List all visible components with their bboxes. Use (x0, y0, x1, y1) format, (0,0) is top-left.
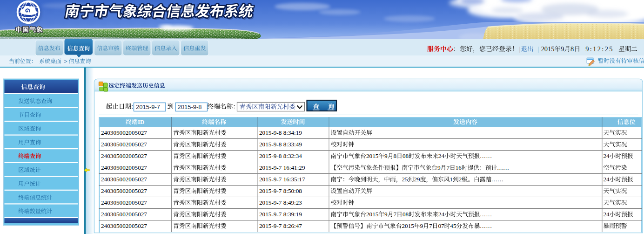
svg-text:2015-9-7 16:35:17: 2015-9-7 16:35:17 (259, 176, 305, 183)
svg-text:24: 24 (604, 152, 610, 159)
svg-text:240305002005027: 240305002005027 (101, 199, 147, 206)
svg-text:240305002005027: 240305002005027 (101, 129, 147, 136)
svg-text:240305002005027: 240305002005027 (101, 176, 147, 183)
svg-text:25: 25 (402, 176, 409, 183)
svg-text:240305002005027: 240305002005027 (101, 211, 147, 218)
svg-text:2015: 2015 (541, 45, 555, 53)
svg-text:9: 9 (561, 45, 564, 53)
svg-text:08: 08 (402, 152, 409, 159)
svg-text:07: 07 (438, 222, 444, 229)
svg-text:8: 8 (394, 152, 397, 159)
svg-text:......: ...... (497, 164, 509, 171)
svg-text:......: ...... (480, 222, 492, 229)
svg-text:2015-9-7 8:26:47: 2015-9-7 8:26:47 (259, 222, 302, 229)
svg-text:2015-9-7 8:49:23: 2015-9-7 8:49:23 (259, 199, 302, 206)
svg-text:24: 24 (438, 152, 445, 159)
svg-text:9: 9 (420, 222, 423, 229)
svg-text:......: ...... (480, 152, 492, 159)
svg-text:7: 7 (429, 222, 432, 229)
svg-text:2015-9-8 8:33:49: 2015-9-8 8:33:49 (259, 141, 302, 148)
svg-text:240305002005027: 240305002005027 (101, 141, 147, 148)
svg-text:2015: 2015 (366, 211, 379, 218)
svg-text:2015-9-7 8:39:19: 2015-9-7 8:39:19 (259, 211, 302, 218)
svg-text:2015-9-7: 2015-9-7 (136, 103, 160, 110)
svg-text:|: | (537, 46, 539, 53)
svg-text:8: 8 (570, 45, 574, 53)
svg-text:9: 9 (384, 211, 388, 218)
svg-text:2015-9-7 16:41:29: 2015-9-7 16:41:29 (259, 164, 305, 171)
svg-text:24: 24 (604, 211, 610, 218)
svg-text:9: 9 (384, 152, 388, 159)
svg-text:9: 9 (437, 164, 441, 171)
svg-text::: : (131, 103, 133, 110)
svg-text:45: 45 (450, 222, 456, 229)
svg-text:2015-9-8 8:34:19: 2015-9-8 8:34:19 (259, 129, 302, 136)
svg-text:ID: ID (138, 118, 144, 125)
svg-text:1: 1 (449, 176, 453, 183)
svg-text:2015: 2015 (366, 152, 379, 159)
svg-text:2015-9-8 8:32:34: 2015-9-8 8:32:34 (259, 152, 302, 159)
svg-text:24: 24 (604, 176, 610, 183)
svg-text:29: 29 (414, 176, 421, 183)
svg-text:>: > (64, 58, 67, 65)
svg-text:240305002005027: 240305002005027 (101, 164, 147, 171)
svg-text:16: 16 (456, 164, 462, 171)
svg-text:2: 2 (459, 176, 462, 183)
svg-text:7: 7 (394, 211, 397, 218)
svg-text:|: | (519, 46, 520, 53)
svg-text:......: ...... (480, 211, 492, 218)
svg-text:2015-9-7 8:50:08: 2015-9-7 8:50:08 (259, 187, 302, 194)
svg-text:24: 24 (438, 211, 445, 218)
svg-text:08: 08 (402, 211, 409, 218)
svg-text:240305002005027: 240305002005027 (101, 187, 147, 194)
svg-text:240305002005027: 240305002005027 (101, 152, 147, 159)
svg-text:......: ...... (491, 176, 503, 183)
svg-text:240305002005027: 240305002005027 (101, 222, 147, 229)
svg-text:2015: 2015 (402, 222, 415, 229)
svg-text:2015-9-8: 2015-9-8 (178, 103, 202, 110)
svg-text:7: 7 (446, 164, 449, 171)
